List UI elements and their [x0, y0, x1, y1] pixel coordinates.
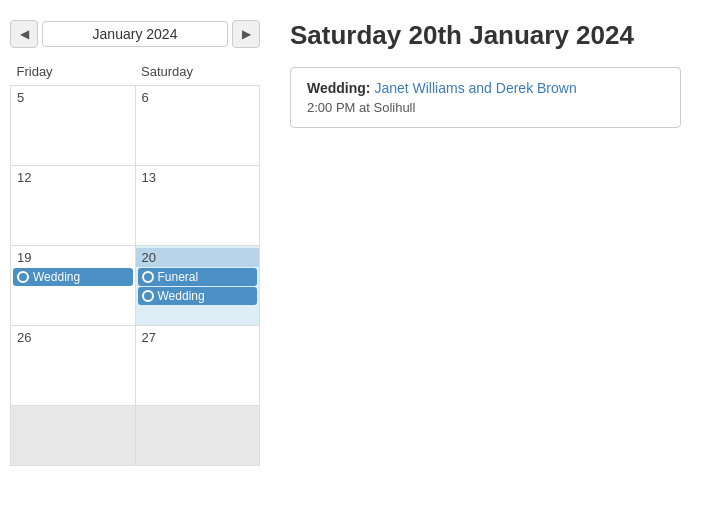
prev-month-button[interactable]: ◀ [10, 20, 38, 48]
day-number: 6 [136, 88, 260, 107]
day-number: 19 [11, 248, 135, 267]
col-header-friday: Friday [11, 62, 136, 86]
calendar-panel: ◀ January 2024 ▶ Friday Saturday 5612131… [0, 0, 270, 511]
detail-panel: Saturday 20th January 2024 Wedding: Jane… [270, 0, 701, 511]
event-people: Janet Williams and Derek Brown [374, 80, 576, 96]
calendar-cell[interactable]: 6 [135, 86, 260, 166]
day-number: 26 [11, 328, 135, 347]
day-number: 5 [11, 88, 135, 107]
calendar-cell[interactable]: 26 [11, 326, 136, 406]
event-detail-card: Wedding: Janet Williams and Derek Brown … [290, 67, 681, 128]
event-type-label: Wedding: [307, 80, 371, 96]
day-number: 13 [136, 168, 260, 187]
event-icon [142, 290, 154, 302]
event-bar[interactable]: Funeral [138, 268, 258, 286]
calendar-cell[interactable]: 19Wedding [11, 246, 136, 326]
calendar-cell[interactable]: 20FuneralWedding [135, 246, 260, 326]
event-time-location: 2:00 PM at Solihull [307, 100, 664, 115]
month-label: January 2024 [42, 21, 228, 47]
calendar-filler-cell [11, 406, 136, 466]
day-number: 20 [136, 248, 260, 267]
event-label: Funeral [158, 270, 199, 284]
event-label: Wedding [33, 270, 80, 284]
calendar-cell[interactable]: 27 [135, 326, 260, 406]
calendar-nav: ◀ January 2024 ▶ [10, 20, 260, 48]
calendar-grid: Friday Saturday 56121319Wedding20Funeral… [10, 62, 260, 466]
event-icon [17, 271, 29, 283]
day-number: 27 [136, 328, 260, 347]
event-icon [142, 271, 154, 283]
calendar-cell[interactable]: 13 [135, 166, 260, 246]
calendar-cell[interactable]: 5 [11, 86, 136, 166]
event-detail-name: Wedding: Janet Williams and Derek Brown [307, 80, 664, 96]
col-header-saturday: Saturday [135, 62, 260, 86]
day-number: 12 [11, 168, 135, 187]
next-month-button[interactable]: ▶ [232, 20, 260, 48]
calendar-filler-cell [135, 406, 260, 466]
event-bar[interactable]: Wedding [13, 268, 133, 286]
detail-date-title: Saturday 20th January 2024 [290, 20, 681, 51]
event-bar[interactable]: Wedding [138, 287, 258, 305]
event-label: Wedding [158, 289, 205, 303]
calendar-cell[interactable]: 12 [11, 166, 136, 246]
